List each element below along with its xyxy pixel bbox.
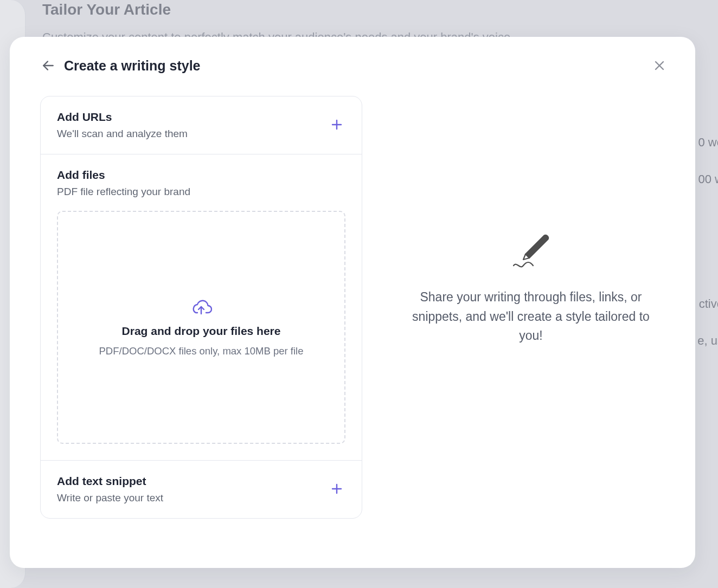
add-snippet-plus-button[interactable] (328, 480, 345, 497)
add-snippet-title: Add text snippet (57, 475, 345, 488)
add-urls-section[interactable]: Add URLs We'll scan and analyze them (41, 96, 362, 154)
plus-icon (330, 118, 343, 131)
info-column: Share your writing through files, links,… (393, 96, 669, 546)
back-button[interactable] (40, 57, 56, 74)
arrow-left-icon (41, 59, 55, 73)
add-urls-desc: We'll scan and analyze them (57, 128, 345, 140)
modal-header-left: Create a writing style (40, 57, 200, 74)
file-dropzone[interactable]: Drag and drop your files here PDF/DOC/DO… (57, 211, 345, 444)
close-icon (653, 59, 666, 72)
pencil-writing-icon (508, 231, 554, 272)
source-card-stack: Add URLs We'll scan and analyze them Add… (40, 96, 362, 519)
modal-header: Create a writing style (40, 56, 669, 75)
add-urls-title: Add URLs (57, 111, 345, 124)
plus-icon (330, 482, 343, 495)
dropzone-title: Drag and drop your files here (122, 325, 281, 338)
modal-title: Create a writing style (64, 58, 200, 74)
dropzone-hint: PDF/DOC/DOCX files only, max 10MB per fi… (99, 345, 304, 357)
create-writing-style-modal: Create a writing style Add URLs We'll sc… (10, 37, 695, 568)
add-files-section: Add files PDF file reflecting your brand… (41, 154, 362, 461)
add-snippet-section[interactable]: Add text snippet Write or paste your tex… (41, 461, 362, 518)
close-button[interactable] (650, 56, 669, 75)
add-files-title: Add files (57, 169, 345, 182)
info-description: Share your writing through files, links,… (403, 288, 658, 346)
source-options-column: Add URLs We'll scan and analyze them Add… (40, 96, 362, 546)
modal-body: Add URLs We'll scan and analyze them Add… (40, 96, 669, 546)
cloud-upload-icon (190, 298, 212, 317)
add-files-desc: PDF file reflecting your brand (57, 186, 345, 198)
add-snippet-desc: Write or paste your text (57, 492, 345, 504)
add-urls-plus-button[interactable] (328, 116, 345, 133)
